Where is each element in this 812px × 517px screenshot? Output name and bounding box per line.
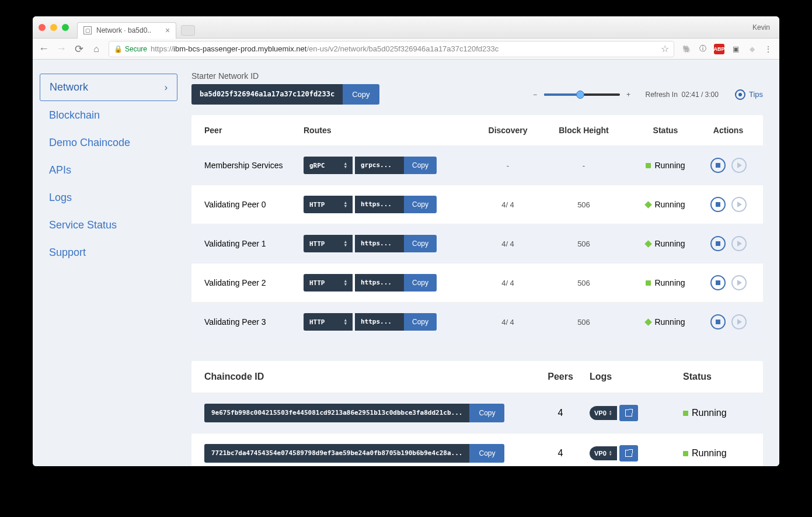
route-protocol-dropdown[interactable]: gRPC▲▼	[304, 157, 353, 174]
start-peer-button[interactable]	[731, 275, 747, 290]
copy-chaincode-id-button[interactable]: Copy	[469, 404, 504, 422]
extension-icons: 🐘 ⓘ ABP ▣ ◆ ⋮	[681, 44, 773, 54]
secure-label: Secure	[125, 45, 147, 53]
logs-peer-dropdown[interactable]: VP0▲▼	[590, 446, 617, 460]
peers-table-header: Peer Routes Discovery Block Height Statu…	[191, 115, 763, 145]
start-peer-button[interactable]	[731, 314, 747, 329]
address-bar[interactable]: 🔒 Secure https://ibm-bcs-passenger-prod.…	[109, 41, 674, 57]
sidebar-item-blockchain[interactable]: Blockchain	[40, 102, 177, 129]
stop-peer-button[interactable]	[710, 275, 726, 290]
window-traffic-lights	[39, 24, 69, 31]
route-value: https...	[355, 313, 404, 331]
route-protocol-dropdown[interactable]: HTTP▲▼	[304, 274, 353, 292]
stop-peer-button[interactable]	[710, 314, 726, 329]
tab-close-icon[interactable]: ×	[165, 26, 170, 35]
tips-icon	[735, 89, 745, 100]
copy-route-button[interactable]: Copy	[404, 157, 437, 174]
url-text: https://ibm-bcs-passenger-prod.mybluemix…	[151, 44, 499, 53]
sidebar-item-demo-chaincode[interactable]: Demo Chaincode	[40, 130, 177, 156]
refresh-slider[interactable]	[544, 93, 620, 96]
peer-name: Validating Peer 3	[204, 317, 304, 327]
col-status-header: Status	[625, 126, 706, 135]
peer-row: Validating Peer 1 HTTP▲▼ https... Copy 4…	[191, 224, 763, 263]
peer-block-height: 506	[543, 279, 625, 287]
sidebar-item-support[interactable]: Support	[40, 240, 177, 266]
chrome-profile-name[interactable]: Kevin	[752, 23, 773, 32]
lock-icon: 🔒 Secure	[114, 45, 147, 53]
window-maximize-button[interactable]	[62, 24, 69, 31]
route-protocol-dropdown[interactable]: HTTP▲▼	[304, 313, 353, 331]
peer-block-height: 506	[543, 318, 625, 327]
sidebar-item-label: Blockchain	[49, 109, 100, 122]
col-logs-header: Logs	[590, 372, 683, 382]
stop-peer-button[interactable]	[710, 158, 726, 173]
tips-link[interactable]: Tips	[735, 89, 763, 100]
browser-tab[interactable]: ▢ Network · ba5d0.. ×	[77, 22, 176, 39]
copy-route-button[interactable]: Copy	[404, 313, 437, 331]
bookmark-star-icon[interactable]: ☆	[661, 43, 669, 54]
pocket-extension-icon[interactable]: ▣	[730, 44, 741, 54]
network-id-value: ba5d025f326946a1a17a37c120fd233c	[191, 84, 343, 105]
slider-plus-icon[interactable]: +	[625, 91, 633, 99]
stop-peer-button[interactable]	[710, 197, 726, 212]
copy-route-button[interactable]: Copy	[404, 274, 437, 292]
browser-window: ▢ Network · ba5d0.. × Kevin ← → ⟳ ⌂ 🔒 Se…	[33, 16, 779, 466]
copy-chaincode-id-button[interactable]: Copy	[469, 444, 504, 463]
peer-block-height: 506	[543, 240, 625, 248]
route-protocol-dropdown[interactable]: HTTP▲▼	[304, 235, 353, 252]
copy-network-id-button[interactable]: Copy	[343, 84, 379, 105]
page-content: Network › Blockchain Demo Chaincode APIs…	[33, 60, 779, 466]
col-peer-header: Peer	[204, 126, 304, 135]
chaincode-peer-count: 4	[531, 408, 590, 418]
copy-route-button[interactable]: Copy	[404, 235, 437, 252]
back-icon[interactable]: ←	[39, 43, 49, 55]
route-value: https...	[355, 274, 404, 292]
sidebar-item-network[interactable]: Network ›	[40, 74, 177, 101]
forward-icon[interactable]: →	[56, 43, 67, 55]
home-icon[interactable]: ⌂	[91, 44, 102, 54]
external-link-icon	[625, 450, 632, 457]
browser-toolbar: ← → ⟳ ⌂ 🔒 Secure https://ibm-bcs-passeng…	[33, 39, 779, 60]
sidebar-item-label: Demo Chaincode	[49, 137, 130, 149]
logs-peer-dropdown[interactable]: VP0▲▼	[590, 406, 617, 420]
chaincode-table: Chaincode ID Peers Logs Status 9e675fb99…	[191, 361, 763, 466]
window-close-button[interactable]	[39, 24, 46, 31]
peer-name: Validating Peer 0	[204, 200, 304, 209]
window-titlebar: ▢ Network · ba5d0.. × Kevin	[33, 16, 779, 39]
open-logs-button[interactable]	[619, 445, 638, 462]
start-peer-button[interactable]	[731, 236, 747, 251]
stop-peer-button[interactable]	[710, 236, 726, 251]
start-peer-button[interactable]	[731, 197, 747, 212]
chaincode-id-value: 7721bc7da47454354e074589798d9ef3ae59be24…	[204, 444, 469, 463]
copy-route-button[interactable]: Copy	[404, 196, 437, 213]
info-extension-icon[interactable]: ⓘ	[698, 44, 708, 54]
open-logs-button[interactable]	[619, 405, 638, 421]
chaincode-table-header: Chaincode ID Peers Logs Status	[191, 361, 763, 393]
peer-status: Running	[625, 317, 706, 327]
sidebar-item-logs[interactable]: Logs	[40, 185, 177, 211]
refresh-in-label: Refresh In 02:41 / 3:00	[646, 91, 719, 99]
peer-row: Validating Peer 2 HTTP▲▼ https... Copy 4…	[191, 263, 763, 302]
reload-icon[interactable]: ⟳	[74, 43, 84, 55]
drive-extension-icon[interactable]: ◆	[747, 44, 757, 54]
new-tab-button[interactable]	[181, 25, 195, 36]
menu-icon[interactable]: ⋮	[763, 44, 773, 54]
route-value: grpcs...	[355, 157, 404, 174]
sidebar-item-label: Network	[50, 81, 88, 93]
evernote-extension-icon[interactable]: 🐘	[681, 44, 692, 54]
peer-status: Running	[625, 239, 706, 248]
route-value: https...	[355, 196, 404, 213]
sidebar-item-service-status[interactable]: Service Status	[40, 212, 177, 238]
peer-discovery: 4/ 4	[473, 200, 543, 209]
route-protocol-dropdown[interactable]: HTTP▲▼	[304, 196, 353, 213]
sidebar-item-apis[interactable]: APIs	[40, 157, 177, 183]
adblock-extension-icon[interactable]: ABP	[714, 44, 724, 54]
route-value: https...	[355, 235, 404, 252]
slider-minus-icon[interactable]: −	[531, 91, 539, 99]
col-chaincode-id-header: Chaincode ID	[204, 372, 531, 382]
col-peers-header: Peers	[531, 372, 590, 382]
window-minimize-button[interactable]	[50, 24, 57, 31]
peer-discovery: -	[473, 161, 543, 170]
start-peer-button[interactable]	[731, 158, 747, 173]
chaincode-peer-count: 4	[531, 448, 590, 459]
